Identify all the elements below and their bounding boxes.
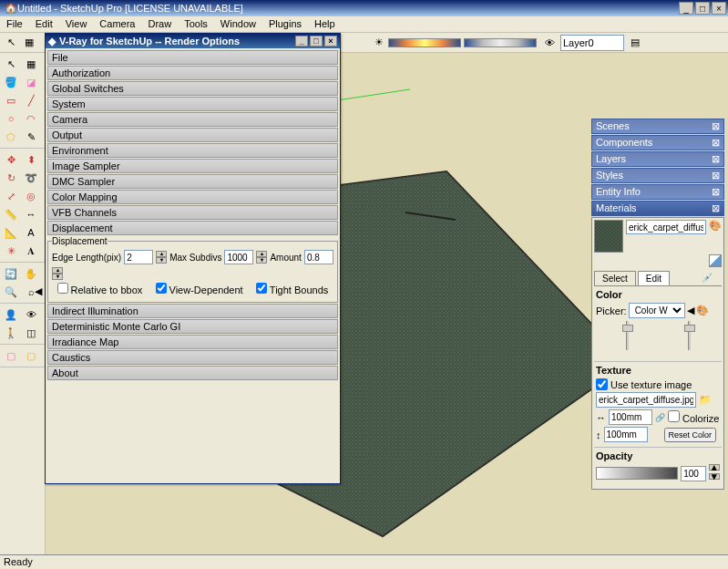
section-system[interactable]: System	[47, 97, 338, 111]
arc-icon[interactable]: ◠	[23, 110, 39, 127]
protractor-icon[interactable]: 📐	[3, 224, 19, 241]
tight-checkbox[interactable]	[256, 283, 267, 294]
polygon-icon[interactable]: ⬠	[3, 129, 19, 145]
section-irradiance[interactable]: Irradiance Map	[47, 335, 338, 349]
section-global-switches[interactable]: Global Switches	[47, 81, 338, 96]
menu-file[interactable]: File	[0, 16, 29, 32]
position-camera-icon[interactable]: 👤	[3, 306, 19, 323]
relative-checkbox-label[interactable]: Relative to bbox	[57, 283, 143, 295]
text-icon[interactable]: A	[23, 224, 39, 241]
section-displacement[interactable]: Displacement	[47, 221, 338, 235]
tray-scenes[interactable]: Scenes⊠	[591, 119, 724, 134]
walk-icon[interactable]: 🚶	[3, 325, 19, 341]
dialog-collapse-arrow-icon[interactable]: ◀	[35, 285, 42, 297]
opacity-slider[interactable]	[596, 467, 678, 480]
browse-icon[interactable]: 📁	[699, 394, 712, 406]
layer-visible-icon[interactable]: 👁	[540, 34, 559, 52]
plugin1-icon[interactable]: ▢	[3, 347, 19, 364]
section-about[interactable]: About	[47, 366, 338, 380]
use-texture-checkbox[interactable]	[596, 378, 608, 390]
select-tool-icon[interactable]: ↖	[2, 34, 20, 52]
component-icon[interactable]: ▦	[20, 34, 38, 52]
maxsub-spinner[interactable]: ▴▾	[256, 251, 267, 264]
reset-color-button[interactable]: Reset Color	[664, 428, 717, 442]
section-dmc-gi[interactable]: Deterministic Monte Carlo GI	[47, 319, 338, 334]
viewdep-checkbox-label[interactable]: View-Dependent	[156, 283, 243, 295]
axes-icon[interactable]: ✳	[3, 243, 19, 259]
date-slider[interactable]	[388, 38, 461, 47]
edge-length-input[interactable]	[124, 250, 153, 264]
tray-layers[interactable]: Layers⊠	[591, 151, 724, 167]
amount-input[interactable]	[304, 250, 333, 264]
menu-tools[interactable]: Tools	[178, 16, 214, 32]
undo-color-icon[interactable]: ◀	[687, 305, 694, 316]
tab-edit[interactable]: Edit	[638, 271, 670, 285]
menu-help[interactable]: Help	[308, 16, 342, 32]
link-icon[interactable]: 🔗	[655, 413, 665, 422]
rotate-icon[interactable]: ↻	[3, 170, 19, 186]
tape-icon[interactable]: 📏	[3, 206, 19, 222]
zoom-icon[interactable]: 🔍	[3, 284, 19, 300]
tray-components[interactable]: Components⊠	[591, 135, 724, 150]
section-dmc-sampler[interactable]: DMC Sampler	[47, 174, 338, 189]
dialog-close-button[interactable]: ×	[324, 36, 337, 47]
make-component-icon[interactable]: ▦	[23, 56, 39, 72]
section-environment[interactable]: Environment	[47, 143, 338, 158]
section-indirect-illum[interactable]: Indirect Illumination	[47, 304, 338, 318]
max-subdivs-input[interactable]	[224, 250, 253, 264]
dialog-minimize-button[interactable]: _	[295, 36, 308, 47]
section-icon[interactable]: ◫	[23, 325, 39, 341]
minimize-button[interactable]: _	[679, 2, 693, 15]
freehand-icon[interactable]: ✎	[23, 129, 39, 145]
line-icon[interactable]: ╱	[23, 92, 39, 109]
tex-height-input[interactable]	[604, 427, 648, 442]
tray-styles[interactable]: Styles⊠	[591, 168, 724, 183]
picker-select[interactable]: Color Wheel	[629, 303, 685, 318]
pan-icon[interactable]: ✋	[23, 265, 39, 282]
3dtext-icon[interactable]: 𝐀	[23, 243, 39, 259]
section-vfb-channels[interactable]: VFB Channels	[47, 205, 338, 220]
create-material-icon[interactable]: 🎨	[709, 220, 722, 232]
default-material-icon[interactable]	[709, 254, 722, 267]
scale-icon[interactable]: ⤢	[3, 188, 19, 204]
dialog-titlebar[interactable]: ◆ V-Ray for SketchUp -- Render Options _…	[46, 34, 340, 48]
tight-checkbox-label[interactable]: Tight Bounds	[256, 283, 328, 295]
menu-view[interactable]: View	[59, 16, 94, 32]
dimension-icon[interactable]: ↔	[23, 206, 39, 222]
opacity-spinner[interactable]: ▴▾	[709, 464, 720, 482]
material-name-input[interactable]	[626, 220, 706, 234]
tex-width-input[interactable]	[609, 409, 652, 425]
relative-checkbox[interactable]	[57, 283, 68, 294]
followme-icon[interactable]: ➰	[23, 170, 39, 186]
pushpull-icon[interactable]: ⬍	[23, 151, 39, 168]
plugin2-icon[interactable]: ▢	[23, 347, 39, 364]
rectangle-icon[interactable]: ▭	[3, 92, 19, 109]
orbit-icon[interactable]: 🔄	[3, 265, 19, 282]
menu-window[interactable]: Window	[214, 16, 262, 32]
section-output[interactable]: Output	[47, 128, 338, 142]
menu-plugins[interactable]: Plugins	[262, 16, 308, 32]
colorize-label[interactable]: Colorize	[668, 410, 719, 424]
maximize-button[interactable]: □	[695, 2, 710, 15]
section-file[interactable]: File	[47, 50, 338, 65]
section-caustics[interactable]: Caustics	[47, 350, 338, 365]
opacity-input[interactable]	[681, 466, 706, 481]
colorize-checkbox[interactable]	[668, 410, 680, 422]
shadow-toggle-icon[interactable]: ☀	[370, 34, 388, 52]
color-sliders[interactable]	[596, 321, 720, 356]
offset-icon[interactable]: ◎	[23, 188, 39, 204]
tray-entity-info[interactable]: Entity Info⊠	[591, 184, 724, 200]
menu-draw[interactable]: Draw	[141, 16, 178, 32]
edge-spinner[interactable]: ▴▾	[156, 251, 167, 264]
viewdep-checkbox[interactable]	[156, 283, 167, 294]
material-swatch[interactable]	[594, 220, 623, 253]
tray-materials[interactable]: Materials⊠	[591, 201, 724, 216]
time-slider[interactable]	[464, 38, 537, 47]
texture-file-input[interactable]	[596, 392, 696, 408]
section-image-sampler[interactable]: Image Sampler	[47, 159, 338, 173]
menu-edit[interactable]: Edit	[29, 16, 59, 32]
tab-select[interactable]: Select	[594, 271, 636, 285]
circle-icon[interactable]: ○	[3, 110, 19, 127]
amount-spinner[interactable]: ▴▾	[52, 267, 63, 280]
eraser-icon[interactable]: ◪	[23, 74, 39, 90]
